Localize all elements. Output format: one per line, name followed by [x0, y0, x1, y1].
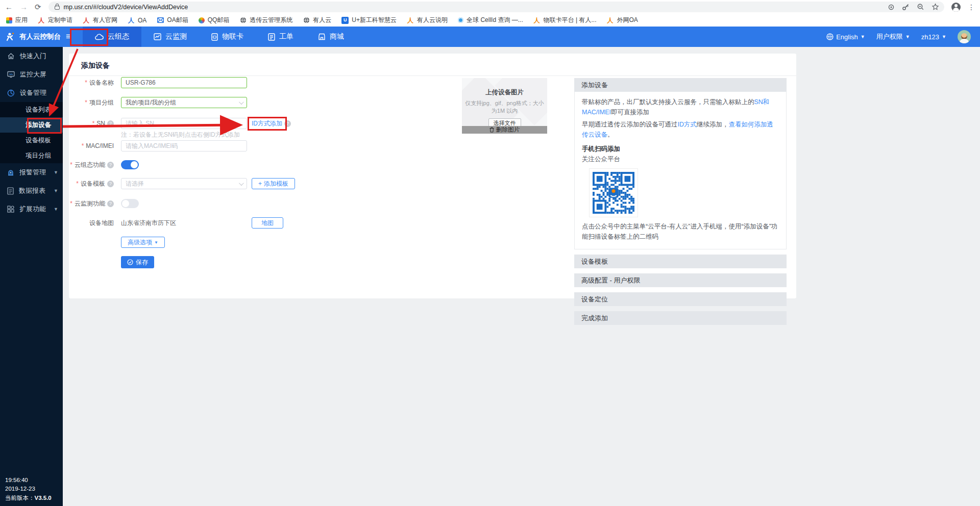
password-key-icon[interactable]: [902, 3, 910, 11]
bookmark[interactable]: 全球 CellId 查询 —...: [458, 16, 523, 24]
chevron-down-icon: ▼: [54, 188, 58, 193]
sidebar-item-alarm-management[interactable]: 报警管理▼: [0, 163, 63, 182]
url-text[interactable]: mp.usr.cn/#/cloudV2/device/ViewAddDevice: [64, 4, 884, 11]
map-button[interactable]: 地图: [252, 217, 283, 229]
back-icon[interactable]: ←: [5, 3, 13, 11]
sidebar-item-device-management[interactable]: 设备管理: [0, 84, 63, 102]
nav-right: English▼ 用户权限▼ zh123▼: [826, 30, 980, 43]
device-location-value: 山东省济南市历下区: [121, 219, 247, 227]
bookmark-star-icon[interactable]: [932, 3, 939, 11]
field-label-device-name: *设备名称: [69, 79, 114, 87]
brand: 有人云控制台 ≡: [0, 32, 77, 42]
bookmark[interactable]: 人定制申请: [38, 16, 72, 24]
cloud-monitor-toggle[interactable]: [121, 199, 139, 208]
sidebar-item-device-template[interactable]: 设备模板: [0, 133, 63, 148]
sidebar-item-monitor-screen[interactable]: 监控大屏: [0, 65, 63, 84]
zoom-out-icon[interactable]: [917, 3, 924, 11]
help-section-add-device[interactable]: 添加设备: [574, 78, 787, 92]
usr-person-icon: 人: [38, 17, 45, 24]
bookmark[interactable]: 人OA: [128, 17, 146, 24]
bookmark[interactable]: UU+新工科智慧云: [341, 16, 397, 24]
browser-profile-icon[interactable]: [951, 3, 961, 12]
chevron-down-icon: ▼: [861, 34, 865, 39]
mail-icon: [157, 17, 164, 24]
bookmark[interactable]: 人外网OA: [607, 16, 638, 24]
sidebar-item-data-report[interactable]: 数据报表▼: [0, 182, 63, 200]
choose-file-button[interactable]: 选择文件: [488, 118, 521, 126]
upload-title: 上传设备图片: [462, 88, 547, 97]
help-section-device-location[interactable]: 设备定位: [574, 292, 787, 306]
tab-cloud-monitor[interactable]: 云监测: [141, 27, 199, 47]
sidebar-item-quick-start[interactable]: 快速入门: [0, 47, 63, 65]
work-order-icon: [268, 33, 275, 41]
qr-caption: 点击公众号中的主菜单“云平台-有人云”进入手机端，使用“添加设备”功能扫描设备标…: [582, 221, 779, 242]
clock-time: 19:56:40: [5, 476, 52, 485]
bookmark[interactable]: QQ邮箱: [199, 16, 230, 24]
id-add-link[interactable]: ID方式添加?: [252, 119, 291, 128]
device-image-upload: 上传设备图片 仅支持jpg、gif、png格式；大小为1M 以内 选择文件 删除…: [462, 78, 547, 134]
check-circle-icon: [127, 259, 133, 265]
address-bar[interactable]: mp.usr.cn/#/cloudV2/device/ViewAddDevice: [48, 2, 944, 12]
add-template-button[interactable]: +添加模板: [252, 178, 295, 189]
bookmark-apps[interactable]: 应用: [6, 16, 28, 24]
sidebar-item-add-device[interactable]: 添加设备: [0, 117, 63, 133]
usr-person-icon: 人: [83, 17, 90, 24]
sidebar-item-extensions[interactable]: 扩展功能▼: [0, 200, 63, 218]
language-switcher[interactable]: English▼: [826, 33, 865, 41]
bookmark[interactable]: 人物联卡平台 | 有人...: [533, 16, 597, 24]
usr-logo-icon: [5, 32, 15, 42]
upload-dropzone[interactable]: 上传设备图片 仅支持jpg、gif、png格式；大小为1M 以内 选择文件: [462, 78, 547, 126]
mac-input[interactable]: 请输入MAC/IMEI码: [121, 140, 247, 151]
usr-person-icon: 人: [607, 17, 614, 24]
bookmark[interactable]: 有人云: [303, 16, 331, 24]
bookmark[interactable]: 人有人云说明: [407, 16, 448, 24]
browser-menu-icon[interactable]: ⋮: [968, 3, 975, 11]
trash-icon: [489, 127, 494, 133]
version: 当前版本：V3.5.0: [5, 494, 52, 503]
device-name-input[interactable]: USR-G786: [121, 77, 247, 88]
sidebar-item-project-group[interactable]: 项目分组: [0, 148, 63, 163]
help-section-device-template[interactable]: 设备模板: [574, 255, 787, 268]
advanced-options-button[interactable]: 高级选项▼: [121, 237, 165, 248]
bulb-icon: [458, 17, 463, 23]
brand-name: 有人云控制台: [19, 32, 61, 41]
permission-menu[interactable]: 用户权限▼: [876, 32, 910, 41]
delete-image-button[interactable]: 删除图片: [462, 126, 547, 134]
browser-toolbar: ← → ⟳ mp.usr.cn/#/cloudV2/device/ViewAdd…: [0, 0, 980, 14]
help-icon[interactable]: ?: [284, 120, 291, 127]
refresh-icon[interactable]: ⟳: [35, 3, 41, 11]
tab-iot-card[interactable]: 物联卡: [199, 27, 256, 47]
bookmark[interactable]: OA邮箱: [157, 16, 188, 24]
monitor-chart-icon: [154, 33, 161, 40]
help-icon[interactable]: ?: [107, 162, 114, 168]
apps-grid-icon: [6, 17, 12, 23]
tab-mall[interactable]: 商城: [306, 27, 356, 47]
help-icon[interactable]: ?: [107, 200, 114, 207]
sidebar-item-device-list[interactable]: 设备列表: [0, 102, 63, 117]
bookmark[interactable]: 人有人官网: [83, 16, 117, 24]
template-select[interactable]: 请选择: [121, 178, 247, 189]
cloud-config-toggle[interactable]: [121, 160, 139, 169]
hamburger-icon[interactable]: ≡: [66, 32, 71, 42]
save-button[interactable]: 保存: [121, 256, 154, 268]
bookmark[interactable]: 透传云管理系统: [239, 16, 292, 24]
location-target-icon[interactable]: [888, 4, 895, 11]
help-section-finish[interactable]: 完成添加: [574, 311, 787, 325]
add-device-form: *设备名称 USR-G786 *项目分组 我的项目/我的分组 *SN? 请输入 …: [69, 77, 396, 268]
tab-cloud-scada[interactable]: 云组态: [83, 27, 141, 47]
globe-icon: [239, 17, 247, 24]
help-icon[interactable]: ?: [107, 120, 114, 127]
chevron-down-icon: ▼: [942, 34, 946, 39]
forward-icon[interactable]: →: [20, 3, 28, 11]
avatar[interactable]: [958, 30, 971, 43]
user-menu[interactable]: zh123▼: [921, 33, 946, 41]
sn-input[interactable]: 请输入 SN: [121, 118, 247, 129]
alarm-bell-icon: [7, 169, 14, 176]
project-group-select[interactable]: 我的项目/我的分组: [121, 97, 247, 108]
sn-note: 注：若设备上无SN码则点击右侧ID方式添加: [121, 131, 396, 139]
tab-work-order[interactable]: 工单: [256, 27, 306, 47]
help-section-advanced-config[interactable]: 高级配置 - 用户权限: [574, 273, 787, 287]
nav-tabs: 云组态 云监测 物联卡 工单 商城: [83, 27, 356, 47]
id-mode-link[interactable]: ID方式: [678, 121, 697, 128]
help-icon[interactable]: ?: [107, 181, 114, 187]
